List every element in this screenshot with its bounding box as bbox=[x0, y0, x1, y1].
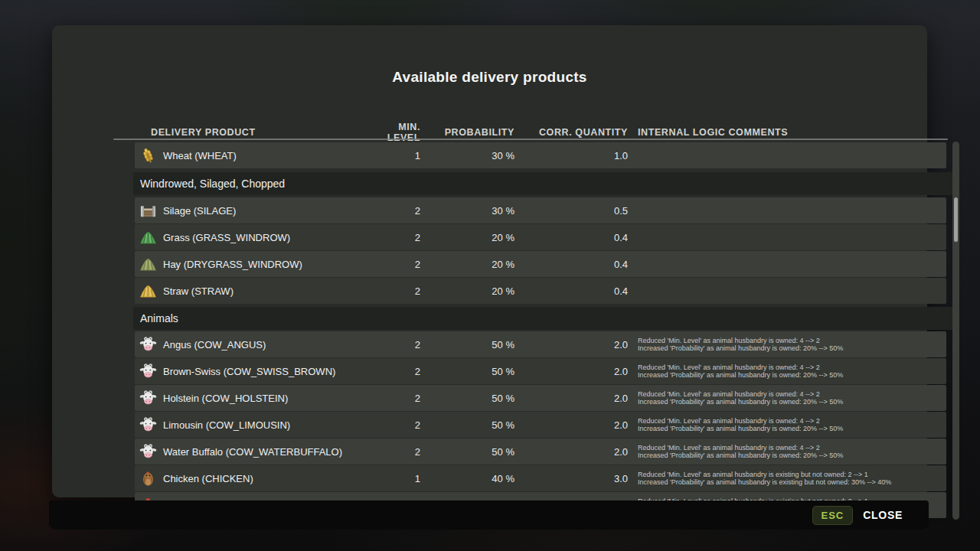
corr-quantity-value: 0.5 bbox=[514, 205, 628, 217]
cow-icon bbox=[139, 336, 157, 354]
table-row[interactable]: Limousin (COW_LIMOUSIN) 2 50 % 2.0 Reduc… bbox=[135, 412, 946, 438]
cow-icon bbox=[139, 416, 157, 434]
section-header-row: Animals bbox=[133, 307, 956, 330]
product-label: Silage (SILAGE) bbox=[163, 205, 236, 217]
internal-logic-comments: Reduced 'Min. Level' as animal husbandry… bbox=[638, 444, 946, 460]
min-level-value: 2 bbox=[364, 232, 420, 243]
product-label: Brown-Swiss (COW_SWISS_BROWN) bbox=[163, 366, 335, 377]
comment-line: Reduced 'Min. Level' as animal husbandry… bbox=[638, 364, 946, 372]
comment-line: Reduced 'Min. Level' as animal husbandry… bbox=[638, 471, 946, 479]
product-cell: Water Buffalo (COW_WATERBUFFALO) bbox=[135, 443, 364, 461]
table-row[interactable]: Chicken (CHICKEN) 1 40 % 3.0 Reduced 'Mi… bbox=[135, 465, 946, 491]
comment-line: Increased 'Probability' as animal husban… bbox=[638, 478, 946, 487]
product-label: Wheat (WHEAT) bbox=[163, 150, 237, 161]
chicken-icon bbox=[139, 470, 157, 487]
product-cell: Holstein (COW_HOLSTEIN) bbox=[135, 390, 364, 407]
probability-value: 50 % bbox=[420, 339, 514, 350]
corr-quantity-value: 2.0 bbox=[514, 446, 628, 458]
table-row[interactable]: Grass (GRASS_WINDROW) 2 20 % 0.4 bbox=[135, 224, 946, 250]
cow-icon bbox=[139, 363, 157, 380]
comment-line: Increased 'Probability' as animal husban… bbox=[638, 398, 946, 406]
comment-line: Reduced 'Min. Level' as animal husbandry… bbox=[638, 417, 946, 425]
product-label: Hay (DRYGRASS_WINDROW) bbox=[163, 259, 302, 270]
corr-quantity-value: 3.0 bbox=[514, 473, 628, 484]
table-row[interactable]: Holstein (COW_HOLSTEIN) 2 50 % 2.0 Reduc… bbox=[135, 385, 946, 411]
product-cell: Limousin (COW_LIMOUSIN) bbox=[135, 416, 364, 434]
scrollbar-track[interactable] bbox=[952, 142, 959, 520]
comment-line: Reduced 'Min. Level' as animal husbandry… bbox=[638, 444, 946, 452]
product-label: Limousin (COW_LIMOUSIN) bbox=[163, 419, 290, 431]
section-label: Animals bbox=[140, 312, 178, 324]
product-cell: Brown-Swiss (COW_SWISS_BROWN) bbox=[135, 363, 364, 380]
footer-bar: ESC CLOSE bbox=[49, 500, 929, 530]
column-header-delivery-product: DELIVERY PRODUCT bbox=[135, 127, 364, 138]
table-row[interactable]: Silage (SILAGE) 2 30 % 0.5 bbox=[135, 197, 946, 223]
table-row[interactable]: Hay (DRYGRASS_WINDROW) 2 20 % 0.4 bbox=[135, 251, 946, 277]
product-label: Water Buffalo (COW_WATERBUFFALO) bbox=[163, 446, 342, 458]
probability-value: 50 % bbox=[420, 366, 514, 377]
grass-icon bbox=[139, 229, 157, 246]
table-row[interactable]: Straw (STRAW) 2 20 % 0.4 bbox=[135, 278, 946, 304]
corr-quantity-value: 2.0 bbox=[514, 419, 628, 431]
header-divider bbox=[113, 139, 948, 140]
probability-value: 30 % bbox=[420, 205, 514, 217]
section-header-row: Windrowed, Silaged, Chopped bbox=[133, 172, 956, 195]
min-level-value: 2 bbox=[364, 339, 420, 350]
probability-value: 50 % bbox=[420, 393, 514, 404]
product-cell: Silage (SILAGE) bbox=[135, 202, 364, 220]
column-header-corr-quantity: CORR. QUANTITY bbox=[514, 127, 628, 138]
cow-icon bbox=[139, 390, 157, 407]
min-level-value: 2 bbox=[364, 285, 420, 297]
close-button-label: CLOSE bbox=[863, 509, 903, 521]
column-header-internal-logic-comments: INTERNAL LOGIC COMMENTS bbox=[638, 127, 946, 138]
product-cell: Straw (STRAW) bbox=[135, 282, 364, 300]
table-row[interactable]: Water Buffalo (COW_WATERBUFFALO) 2 50 % … bbox=[135, 439, 946, 465]
min-level-value: 1 bbox=[364, 150, 420, 161]
probability-value: 40 % bbox=[420, 473, 514, 484]
table-row[interactable]: Wheat (WHEAT) 1 30 % 1.0 bbox=[135, 142, 946, 168]
min-level-value: 2 bbox=[364, 393, 420, 404]
probability-value: 20 % bbox=[420, 285, 514, 297]
straw-icon bbox=[139, 282, 157, 300]
corr-quantity-value: 0.4 bbox=[514, 285, 628, 297]
comment-line: Increased 'Probability' as animal husban… bbox=[638, 371, 946, 380]
section-label: Windrowed, Silaged, Chopped bbox=[140, 178, 285, 190]
min-level-value: 2 bbox=[364, 205, 420, 217]
hay-icon bbox=[139, 256, 157, 273]
internal-logic-comments: Reduced 'Min. Level' as animal husbandry… bbox=[638, 364, 946, 380]
min-level-value: 1 bbox=[364, 473, 420, 484]
corr-quantity-value: 2.0 bbox=[514, 366, 628, 377]
probability-value: 30 % bbox=[420, 150, 514, 161]
product-cell: Hay (DRYGRASS_WINDROW) bbox=[135, 256, 364, 273]
scrollbar-thumb[interactable] bbox=[954, 197, 958, 242]
available-delivery-products-dialog: Available delivery products DELIVERY PRO… bbox=[52, 25, 927, 497]
close-button[interactable]: ESC CLOSE bbox=[812, 506, 903, 525]
table-row[interactable]: Brown-Swiss (COW_SWISS_BROWN) 2 50 % 2.0… bbox=[135, 358, 946, 384]
probability-value: 20 % bbox=[420, 259, 514, 270]
wheat-icon bbox=[139, 147, 157, 165]
product-label: Straw (STRAW) bbox=[163, 285, 234, 297]
product-cell: Wheat (WHEAT) bbox=[135, 147, 364, 165]
product-cell: Chicken (CHICKEN) bbox=[135, 470, 364, 487]
column-header-probability: PROBABILITY bbox=[420, 127, 514, 138]
corr-quantity-value: 0.4 bbox=[514, 259, 628, 270]
comment-line: Reduced 'Min. Level' as animal husbandry… bbox=[638, 337, 946, 345]
product-label: Angus (COW_ANGUS) bbox=[163, 339, 266, 350]
comment-line: Increased 'Probability' as animal husban… bbox=[638, 425, 946, 433]
esc-key-badge: ESC bbox=[812, 506, 854, 525]
probability-value: 20 % bbox=[420, 232, 514, 243]
corr-quantity-value: 2.0 bbox=[514, 393, 628, 404]
product-cell: Angus (COW_ANGUS) bbox=[135, 336, 364, 354]
table-row[interactable]: Angus (COW_ANGUS) 2 50 % 2.0 Reduced 'Mi… bbox=[135, 331, 946, 357]
internal-logic-comments: Reduced 'Min. Level' as animal husbandry… bbox=[638, 471, 946, 487]
product-cell: Grass (GRASS_WINDROW) bbox=[135, 229, 364, 246]
min-level-value: 2 bbox=[364, 259, 420, 270]
comment-line: Increased 'Probability' as animal husban… bbox=[638, 452, 946, 460]
product-label: Holstein (COW_HOLSTEIN) bbox=[163, 393, 288, 404]
product-label: Grass (GRASS_WINDROW) bbox=[163, 232, 290, 243]
corr-quantity-value: 0.4 bbox=[514, 232, 628, 243]
page-title: Available delivery products bbox=[52, 69, 927, 86]
table-body: Wheat (WHEAT) 1 30 % 1.0 Windrowed, Sila… bbox=[135, 142, 946, 519]
cow-icon bbox=[139, 443, 157, 461]
min-level-value: 2 bbox=[364, 366, 420, 377]
